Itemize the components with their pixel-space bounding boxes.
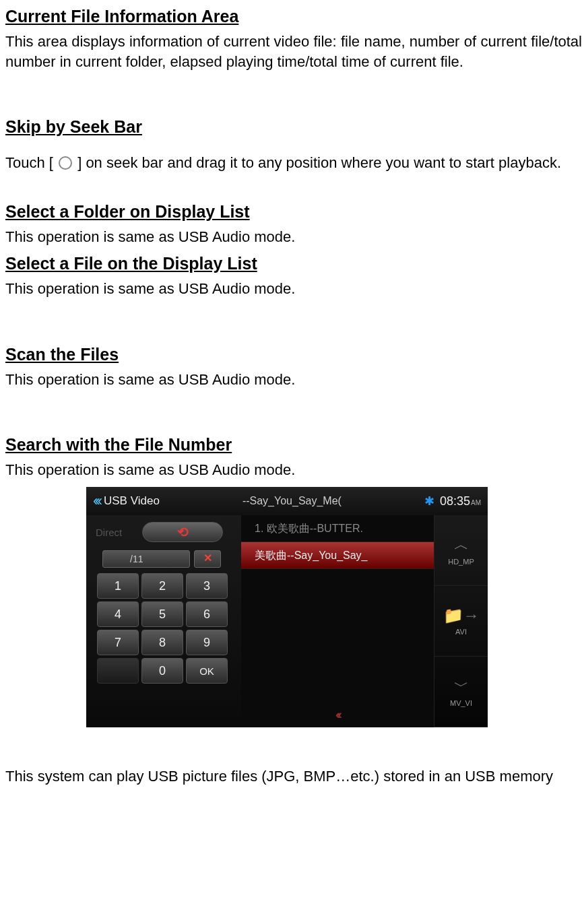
right-label: HD_MP (448, 558, 474, 566)
heading-select-folder: Select a Folder on Display List (5, 202, 582, 222)
direct-label: Direct (96, 527, 122, 538)
body-scan-files: This operation is same as USB Audio mode… (5, 370, 582, 390)
direct-row: Direct ⟲ (92, 519, 236, 546)
right-pane: ︿ HD_MP 📁→ AVI ﹀ MV_VI (434, 515, 488, 727)
clock-text: 08:35AM (440, 494, 481, 508)
list-item[interactable]: 1. 欧美歌曲--BUTTER. (241, 515, 434, 542)
list-item-selected[interactable]: 美歌曲--Say_You_Say_ (241, 542, 434, 569)
heading-skip-seek: Skip by Seek Bar (5, 117, 582, 137)
chevron-up-icon: ︿ (454, 535, 469, 555)
body-search-number: This operation is same as USB Audio mode… (5, 460, 582, 480)
right-item-mvvi[interactable]: ﹀ MV_VI (434, 657, 488, 727)
body-select-folder: This operation is same as USB Audio mode… (5, 227, 582, 247)
mid-pane: 1. 欧美歌曲--BUTTER. 美歌曲--Say_You_Say_ ‹‹‹ (241, 515, 434, 727)
heading-text: Current File Information Area (5, 7, 238, 26)
key-2[interactable]: 2 (141, 573, 183, 599)
input-row: /11 ✕ (102, 550, 236, 568)
heading-select-file: Select a File on the Display List (5, 254, 582, 273)
key-blank (97, 658, 139, 684)
seek-pre: Touch [ (5, 154, 57, 171)
key-9[interactable]: 9 (186, 630, 228, 655)
heading-text: Scan the Files (5, 345, 119, 364)
body-select-file: This operation is same as USB Audio mode… (5, 279, 582, 299)
right-item-hdmp[interactable]: ︿ HD_MP (434, 515, 488, 586)
key-8[interactable]: 8 (141, 630, 183, 655)
key-5[interactable]: 5 (141, 601, 183, 627)
now-playing-text: --Say_You_Say_Me( (160, 495, 424, 507)
number-input[interactable]: /11 (102, 550, 190, 568)
left-pane: Direct ⟲ /11 ✕ 1 2 3 4 5 6 7 8 9 (86, 515, 241, 727)
heading-search-number: Search with the File Number (5, 435, 582, 455)
device-screenshot: ‹‹‹ USB Video --Say_You_Say_Me( ✱ 08:35A… (86, 487, 488, 727)
device-title: USB Video (104, 494, 160, 508)
chevron-down-icon: ﹀ (454, 676, 469, 696)
seek-post: ] on seek bar and drag it to any positio… (73, 154, 561, 171)
device-topbar: ‹‹‹ USB Video --Say_You_Say_Me( ✱ 08:35A… (86, 487, 488, 515)
heading-current-file-info: Current File Information Area (5, 7, 582, 26)
body-skip-seek: Touch [ ] on seek bar and drag it to any… (5, 149, 582, 178)
seek-handle-icon (59, 156, 72, 170)
clear-button[interactable]: ✕ (194, 550, 221, 568)
key-1[interactable]: 1 (97, 573, 139, 599)
bluetooth-icon: ✱ (424, 494, 434, 508)
footer-text: This system can play USB picture files (… (5, 766, 582, 787)
key-6[interactable]: 6 (186, 601, 228, 627)
key-0[interactable]: 0 (141, 658, 183, 684)
key-7[interactable]: 7 (97, 630, 139, 655)
clock-suffix: AM (471, 499, 481, 506)
body-current-file-info: This area displays information of curren… (5, 32, 582, 71)
heading-scan-files: Scan the Files (5, 345, 582, 364)
back-button[interactable]: ⟲ (142, 522, 223, 542)
bottom-chevrons-icon[interactable]: ‹‹‹ (335, 708, 340, 722)
key-3[interactable]: 3 (186, 573, 228, 599)
clock-value: 08:35 (440, 494, 470, 508)
key-ok[interactable]: OK (186, 658, 228, 684)
back-chevrons-icon[interactable]: ‹‹‹ (93, 492, 100, 510)
right-label: AVI (455, 628, 467, 636)
keypad: 1 2 3 4 5 6 7 8 9 0 OK (97, 573, 236, 684)
right-label: MV_VI (450, 699, 472, 707)
right-item-avi[interactable]: 📁→ AVI (434, 586, 488, 657)
key-4[interactable]: 4 (97, 601, 139, 627)
folder-arrow-icon: 📁→ (443, 606, 480, 625)
